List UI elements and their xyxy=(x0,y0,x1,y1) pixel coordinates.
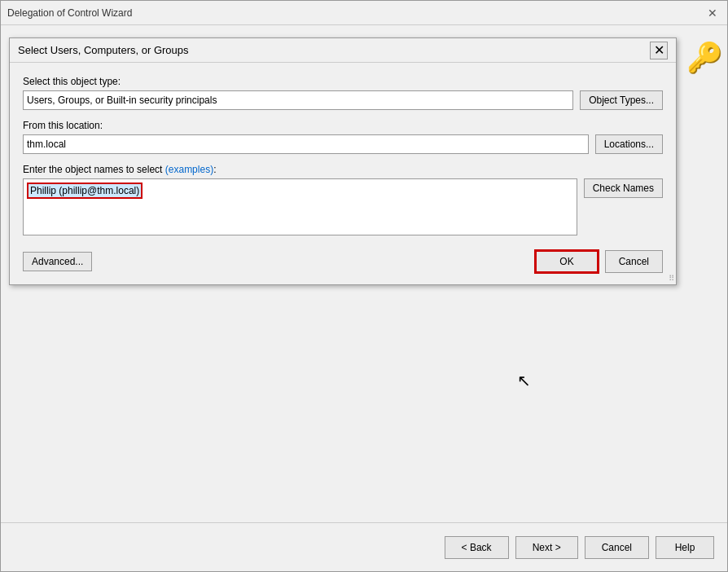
object-types-button[interactable]: Object Types... xyxy=(580,90,663,110)
cancel-dialog-button[interactable]: Cancel xyxy=(605,250,663,273)
object-names-area: Phillip (phillip@thm.local) Check Names xyxy=(23,178,663,235)
wizard-title: Delegation of Control Wizard xyxy=(7,7,704,19)
dialog-close-button[interactable]: ✕ xyxy=(650,42,668,59)
wizard-window: Delegation of Control Wizard ✕ 🔑 Select … xyxy=(0,0,728,572)
check-names-button[interactable]: Check Names xyxy=(584,178,663,198)
object-type-label: Select this object type: xyxy=(23,76,663,87)
next-button[interactable]: Next > xyxy=(515,536,578,559)
advanced-button[interactable]: Advanced... xyxy=(23,252,92,271)
selected-name: Phillip (phillip@thm.local) xyxy=(27,183,143,199)
ok-button[interactable]: OK xyxy=(535,250,598,273)
ok-cancel-group: OK Cancel xyxy=(535,250,663,273)
resize-handle: ⠿ xyxy=(669,274,674,283)
examples-link[interactable]: (examples) xyxy=(165,164,213,175)
names-value-box[interactable]: Phillip (phillip@thm.local) xyxy=(23,178,577,235)
dialog-titlebar: Select Users, Computers, or Groups ✕ xyxy=(10,38,676,63)
help-button[interactable]: Help xyxy=(656,536,714,559)
dialog-content: Select this object type: Object Types...… xyxy=(10,63,676,284)
key-icon: 🔑 xyxy=(682,25,727,90)
location-input[interactable] xyxy=(23,134,589,154)
location-label: From this location: xyxy=(23,120,663,131)
back-button[interactable]: < Back xyxy=(445,536,509,559)
object-type-input[interactable] xyxy=(23,90,573,110)
object-names-label: Enter the object names to select (exampl… xyxy=(23,164,663,175)
location-row: Locations... xyxy=(23,134,663,154)
dialog-footer: Advanced... OK Cancel xyxy=(23,247,663,273)
wizard-titlebar: Delegation of Control Wizard ✕ xyxy=(1,1,727,25)
wizard-bottombar: < Back Next > Cancel Help xyxy=(1,522,727,571)
wizard-close-button[interactable]: ✕ xyxy=(704,5,721,21)
select-users-dialog: Select Users, Computers, or Groups ✕ Sel… xyxy=(9,37,677,285)
locations-button[interactable]: Locations... xyxy=(595,134,663,154)
cancel-button[interactable]: Cancel xyxy=(585,536,649,559)
dialog-title: Select Users, Computers, or Groups xyxy=(18,44,650,56)
object-type-row: Object Types... xyxy=(23,90,663,110)
